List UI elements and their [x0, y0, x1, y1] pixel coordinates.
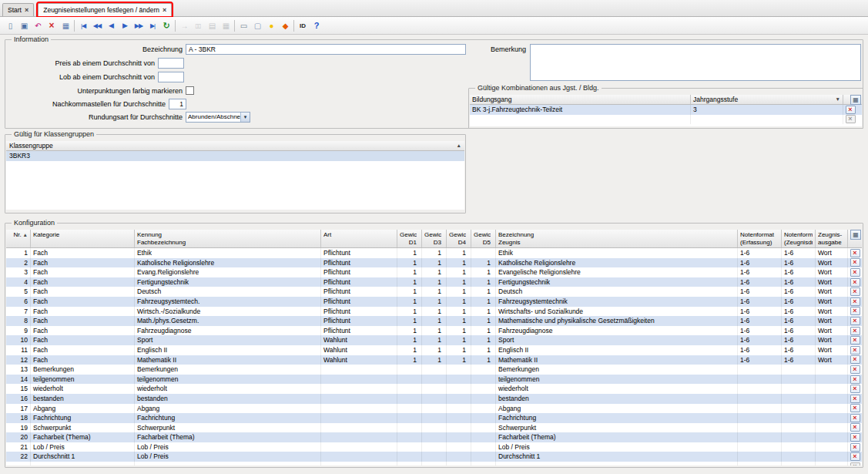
delete-row-button[interactable]: × [850, 287, 860, 296]
next-record-icon[interactable]: ▶ [118, 18, 132, 32]
column-header-d4[interactable]: GewichtD4 [447, 230, 471, 247]
delete-row-button[interactable]: × [850, 423, 860, 432]
column-header-jahrgangsstufe[interactable]: Jahrgangsstufe ▼ [691, 95, 843, 104]
prior-page-icon[interactable]: ◀◀ [90, 18, 104, 32]
new-record-icon[interactable]: ▯ [3, 18, 17, 32]
delete-row-button[interactable]: × [850, 395, 860, 403]
paste-icon[interactable]: ▤ [205, 18, 219, 32]
column-header-bez[interactable]: BezeichnungZeugnis [496, 230, 738, 247]
tab-close-icon[interactable]: × [25, 7, 28, 13]
column-header-nr[interactable]: Nr. ▲ [6, 230, 31, 247]
table-row[interactable]: 18FachrichtungFachrichtungFachrichtung× [6, 413, 862, 423]
hint-lamp-icon[interactable]: ● [264, 18, 278, 32]
table-row[interactable]: × [6, 462, 862, 466]
table-row[interactable]: 3FachEvang.ReligionslehrePflichtunt1111E… [6, 267, 862, 277]
table-row[interactable]: 5FachDeutschPflichtunt1111Deutsch1-61-6W… [6, 287, 862, 297]
table-row[interactable]: 21Lob / PreisLob / PreisLob / Preis× [6, 442, 862, 452]
bemerkung-textarea[interactable] [530, 44, 861, 81]
table-row[interactable]: 2FachKatholische ReligionslehrePflichtun… [6, 258, 862, 268]
delete-row-button[interactable]: × [850, 258, 860, 267]
table-row[interactable]: 14teilgenommenteilgenommenteilgenommen× [6, 375, 862, 385]
delete-row-button[interactable]: × [850, 385, 860, 393]
save-icon[interactable]: ▣ [17, 18, 31, 32]
delete-record-icon[interactable]: × [45, 18, 59, 32]
column-header-d5[interactable]: GewichtD5 [471, 230, 496, 247]
table-row[interactable]: 8FachMath./phys.Gesetzm.Pflichtunt1111Ma… [6, 316, 862, 326]
table-row[interactable]: 12FachMathematik IIWahlunt1111Mathematik… [6, 355, 862, 365]
delete-row-button[interactable]: × [850, 278, 860, 287]
delete-row-button[interactable]: × [850, 443, 860, 452]
lob-input[interactable] [158, 72, 184, 82]
column-header-klassengruppe[interactable]: Klassengruppe ▲ [6, 141, 464, 151]
table-row[interactable]: 4FachFertigungstechnikPflichtunt1111Fert… [6, 277, 862, 287]
last-record-icon[interactable]: ▶| [146, 18, 159, 32]
delete-row-button[interactable]: × [850, 433, 860, 442]
help-icon[interactable]: ? [310, 18, 323, 32]
table-row[interactable]: 17AbgangAbgangAbgang× [6, 404, 862, 414]
comment-icon[interactable]: ▢ [250, 18, 264, 32]
delete-row-button[interactable]: × [846, 115, 856, 123]
delete-row-button[interactable]: × [846, 106, 856, 114]
chevron-down-icon[interactable]: ▾ [240, 113, 250, 122]
preis-input[interactable] [158, 58, 184, 69]
delete-row-button[interactable]: × [850, 307, 860, 315]
table-row[interactable]: 1FachEthikPflichtunt111Ethik1-61-6Wort× [6, 248, 862, 258]
table-row[interactable]: 16bestandenbestandenbestanden× [6, 394, 862, 404]
table-row[interactable]: 22Durchschnitt 1Lob / PreisDurchschnitt … [6, 452, 862, 462]
delete-row-button[interactable]: × [850, 452, 860, 461]
tab-close-icon[interactable]: × [163, 7, 166, 13]
unterpunktungen-checkbox[interactable] [186, 86, 194, 95]
delete-row-button[interactable]: × [850, 404, 860, 412]
delete-row-button[interactable]: × [850, 375, 860, 384]
table-row[interactable]: 11FachEnglisch IIWahlunt1111Englisch II1… [6, 345, 862, 355]
table-row[interactable]: 19SchwerpunktSchwerpunktSchwerpunkt× [6, 423, 862, 433]
column-header-d3[interactable]: GewichtD3 [422, 230, 447, 247]
column-header-kennung[interactable]: KennungFachbezeichnung [135, 230, 321, 247]
nachkommastellen-input[interactable] [169, 99, 186, 109]
prior-record-icon[interactable]: ◀ [104, 18, 118, 32]
grid-edit-icon[interactable]: ▦ [59, 18, 72, 32]
column-header-art[interactable]: Art [321, 230, 397, 247]
filter-dropdown-icon[interactable]: ▼ [836, 95, 840, 104]
table-row[interactable]: 9FachFahrzeugdiagnosePflichtunt1111Fahrz… [6, 326, 862, 336]
table-row[interactable]: 15wiederholtwiederholtwiederholt× [6, 384, 862, 394]
column-header-kategorie[interactable]: Kategorie [31, 230, 135, 247]
next-page-icon[interactable]: ▶▶ [132, 18, 146, 32]
delete-row-button[interactable]: × [850, 317, 860, 325]
refresh-icon[interactable]: ↻ [159, 18, 173, 32]
column-header-nf1[interactable]: Notenformat(Erfassung) [738, 230, 782, 247]
table-row[interactable]: BK 3-j.Fahrzeugtechnik-Teilzeit3× [470, 105, 862, 115]
column-header-ausgabe[interactable]: Zeugnis-ausgabe [816, 230, 848, 247]
tab-zeugniseinstellungen[interactable]: Zeugniseinstellungen festlegen / ändern … [38, 3, 172, 16]
first-record-icon[interactable]: |◀ [76, 18, 90, 32]
id-button[interactable]: ID [296, 18, 310, 32]
column-chooser-button[interactable]: ▦ [850, 95, 861, 105]
table-row[interactable]: 13BemerkungenBemerkungenBemerkungen× [6, 365, 862, 375]
paste-grid-icon[interactable]: ▦ [219, 18, 233, 32]
goto-icon[interactable]: → [177, 18, 191, 32]
delete-row-button[interactable]: × [850, 346, 860, 355]
delete-row-button[interactable]: × [850, 327, 860, 335]
delete-row-button[interactable]: × [850, 462, 860, 466]
delete-row-button[interactable]: × [850, 336, 860, 345]
column-header-d1[interactable]: GewichtD1 [397, 230, 422, 247]
delete-row-button[interactable]: × [850, 414, 860, 422]
announce-icon[interactable]: ◆ [278, 18, 292, 32]
table-row[interactable]: 20Facharbeit (Thema)Facharbeit (Thema)Fa… [6, 432, 862, 442]
copy-icon[interactable]: ▯▯ [191, 18, 205, 32]
undo-icon[interactable]: ↶ [31, 18, 45, 32]
rundungsart-select[interactable]: Abrunden/Abschneiden ▾ [186, 112, 250, 123]
table-row[interactable]: 10FachSportWahlunt1111Sport1-61-6Wort× [6, 335, 862, 345]
table-row[interactable]: 6FachFahrzeugsystemtech.Pflichtunt1111Fa… [6, 297, 862, 307]
column-header-bildungsgang[interactable]: Bildungsgang [470, 95, 691, 104]
column-header-nf2[interactable]: Notenformat(Zeugnisdruck) [782, 230, 816, 247]
delete-row-button[interactable]: × [850, 365, 860, 374]
delete-row-button[interactable]: × [850, 249, 860, 257]
bezeichnung-input[interactable] [186, 44, 466, 55]
column-chooser-button[interactable]: ▦ [850, 230, 861, 240]
table-row[interactable]: 7FachWirtsch.-/SozialkundePflichtunt1111… [6, 307, 862, 317]
table-row[interactable]: 3BKR3 [6, 151, 464, 161]
delete-row-button[interactable]: × [850, 298, 860, 306]
table-row[interactable]: × [470, 115, 862, 125]
delete-row-button[interactable]: × [850, 268, 860, 277]
